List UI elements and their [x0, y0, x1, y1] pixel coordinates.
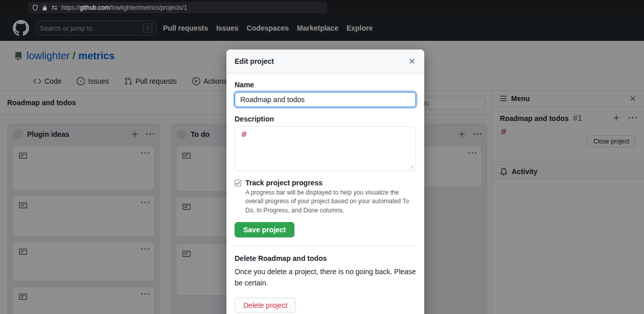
project-name-input[interactable] — [235, 92, 416, 107]
name-label: Name — [235, 81, 416, 89]
meat-emoji — [240, 131, 410, 138]
track-progress-help: A progress bar will be displayed to help… — [245, 188, 416, 215]
track-progress-checkbox[interactable] — [235, 180, 241, 186]
description-label: Description — [235, 115, 416, 123]
save-project-button[interactable]: Save project — [235, 222, 294, 237]
browser-address-bar: https://github.com/lowlighter/metrics/pr… — [0, 0, 644, 15]
project-description-textarea[interactable] — [235, 126, 416, 171]
divider — [235, 246, 416, 246]
shield-icon[interactable] — [32, 5, 38, 11]
close-modal-icon[interactable] — [408, 57, 416, 65]
delete-project-button[interactable]: Delete project — [235, 298, 296, 313]
delete-heading: Delete Roadmap and todos — [235, 254, 416, 262]
permissions-icon[interactable] — [51, 5, 58, 11]
modal-title: Edit project — [235, 57, 408, 65]
url-text: https://github.com/lowlighter/metrics/pr… — [61, 4, 187, 11]
app-root: https://github.com/lowlighter/metrics/pr… — [0, 0, 644, 314]
url-field[interactable]: https://github.com/lowlighter/metrics/pr… — [28, 2, 327, 13]
delete-warning-text: Once you delete a project, there is no g… — [235, 267, 416, 288]
edit-project-modal: Edit project Name Description Track proj… — [226, 50, 424, 314]
lock-icon[interactable] — [42, 5, 48, 11]
resize-grip[interactable] — [409, 164, 414, 169]
modal-header: Edit project — [226, 50, 424, 74]
track-progress-label[interactable]: Track project progress — [245, 179, 323, 187]
